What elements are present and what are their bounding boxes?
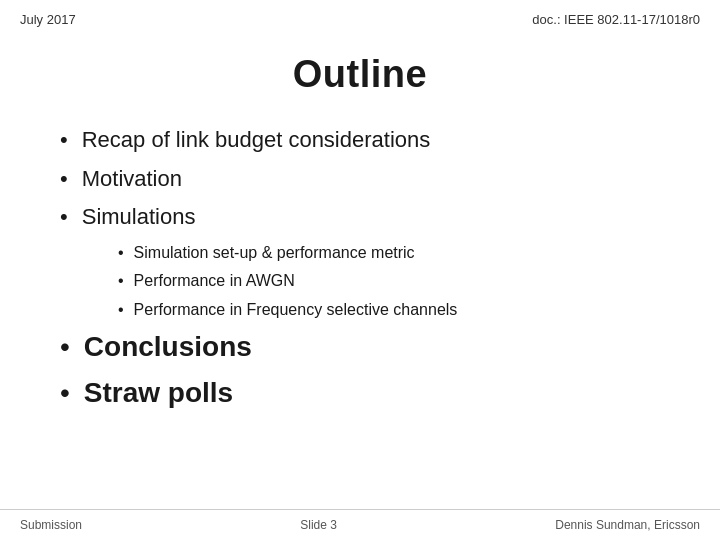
- content-section: • Recap of link budget considerations • …: [0, 126, 720, 412]
- sub-bullet-text: Performance in AWGN: [134, 270, 295, 292]
- bullet-text: Recap of link budget considerations: [82, 126, 431, 155]
- bullet-item: • Simulations: [60, 203, 660, 232]
- large-bullet-item: • Straw polls: [60, 375, 660, 411]
- slide: July 2017 doc.: IEEE 802.11-17/1018r0 Ou…: [0, 0, 720, 540]
- bullet-text: Simulations: [82, 203, 196, 232]
- bullet-item: • Recap of link budget considerations: [60, 126, 660, 155]
- bullet-text: Conclusions: [84, 329, 252, 365]
- bullet-text: Motivation: [82, 165, 182, 194]
- footer-right: Dennis Sundman, Ericsson: [555, 518, 700, 532]
- header-right: doc.: IEEE 802.11-17/1018r0: [532, 12, 700, 27]
- bullet-dot: •: [60, 165, 68, 194]
- sub-bullet-item: • Performance in AWGN: [118, 270, 660, 292]
- footer-bar: Submission Slide 3 Dennis Sundman, Erics…: [0, 509, 720, 540]
- bullet-dot: •: [60, 126, 68, 155]
- sub-bullet-text: Performance in Frequency selective chann…: [134, 299, 458, 321]
- footer-center: Slide 3: [300, 518, 337, 532]
- title-section: Outline: [0, 35, 720, 126]
- bullet-item: • Motivation: [60, 165, 660, 194]
- bullet-dot: •: [60, 203, 68, 232]
- footer-left: Submission: [20, 518, 82, 532]
- header-bar: July 2017 doc.: IEEE 802.11-17/1018r0: [0, 0, 720, 35]
- slide-title: Outline: [20, 53, 700, 96]
- large-bullet-item: • Conclusions: [60, 329, 660, 365]
- sub-bullet-dot: •: [118, 242, 124, 264]
- header-left: July 2017: [20, 12, 76, 27]
- sub-bullet-dot: •: [118, 270, 124, 292]
- sub-bullets: • Simulation set-up & performance metric…: [118, 242, 660, 321]
- sub-bullet-text: Simulation set-up & performance metric: [134, 242, 415, 264]
- bullet-dot: •: [60, 375, 70, 411]
- bullet-dot: •: [60, 329, 70, 365]
- sub-bullet-item: • Performance in Frequency selective cha…: [118, 299, 660, 321]
- sub-bullet-item: • Simulation set-up & performance metric: [118, 242, 660, 264]
- bullet-text: Straw polls: [84, 375, 233, 411]
- sub-bullet-dot: •: [118, 299, 124, 321]
